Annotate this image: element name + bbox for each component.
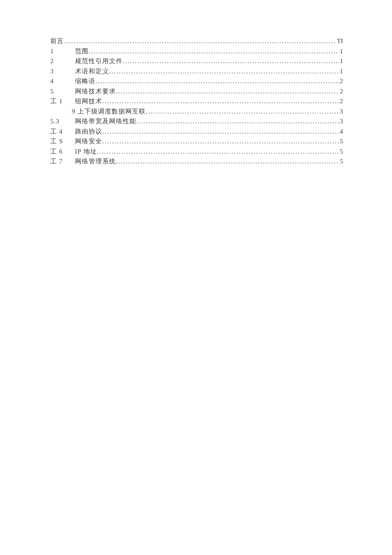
- toc-row: 工 S 网络安全 5: [50, 137, 343, 147]
- toc-page: 2: [339, 76, 343, 87]
- toc-number: 工 7: [50, 157, 75, 167]
- toc-number: 1: [50, 46, 75, 57]
- page-content: 前言 TI 1 范围 1 2 规范性引用文件 1 3 术语和定义 1 4 缩略语: [0, 0, 392, 167]
- toc-number: 工 1: [50, 96, 75, 107]
- toc-title: 网络安全: [75, 137, 102, 147]
- toc-number: 工 6: [50, 147, 75, 157]
- toc-dots: [116, 157, 339, 167]
- toc-page: 4: [339, 127, 343, 137]
- table-of-contents: 前言 TI 1 范围 1 2 规范性引用文件 1 3 术语和定义 1 4 缩略语: [50, 36, 343, 167]
- toc-number: 前言: [50, 36, 64, 46]
- toc-row: 工 4 路由协议 4: [50, 127, 343, 137]
- toc-title: 术语和定义: [75, 67, 109, 77]
- toc-dots: [97, 147, 339, 157]
- toc-page: 1: [339, 46, 343, 57]
- toc-page: 5: [339, 157, 343, 167]
- toc-page: 1: [339, 56, 343, 67]
- toc-dots: [64, 36, 336, 46]
- toc-dots: [136, 116, 339, 127]
- toc-dots: [116, 87, 339, 97]
- toc-number: 工 S: [50, 137, 75, 147]
- toc-row: 工 6 IP 地址 5: [50, 147, 343, 157]
- toc-title: 组网技术: [75, 96, 102, 107]
- toc-dots: [109, 67, 339, 77]
- toc-row: 5.3 网络带宽及网络性能 3: [50, 116, 343, 127]
- toc-number: 工 4: [50, 127, 75, 137]
- toc-page: 2: [339, 87, 343, 97]
- toc-dots: [89, 46, 339, 57]
- toc-page: 3: [339, 116, 343, 127]
- toc-title: IP 地址: [75, 147, 97, 157]
- toc-dots: [102, 96, 339, 107]
- toc-row: 1 范围 1: [50, 46, 343, 57]
- toc-row: 4 缩略语 2: [50, 76, 343, 87]
- toc-row: 3 术语和定义 1: [50, 67, 343, 77]
- toc-row: 2 规范性引用文件 1: [50, 56, 343, 67]
- toc-number: 5: [50, 87, 75, 97]
- toc-row: 9 上下级调度数据网互联 3: [50, 107, 343, 117]
- toc-page: 5: [339, 137, 343, 147]
- toc-page: 2: [339, 96, 343, 107]
- toc-dots: [146, 107, 339, 117]
- toc-number: 3: [50, 67, 75, 77]
- toc-title: 上下级调度数据网互联: [78, 107, 146, 117]
- toc-row: 工 1 组网技术 2: [50, 96, 343, 107]
- toc-row: 工 7 网络管理系统 5: [50, 157, 343, 167]
- toc-title: 范围: [75, 46, 89, 57]
- toc-title: 规范性引用文件: [75, 56, 123, 67]
- toc-dots: [95, 76, 339, 87]
- toc-dots: [102, 137, 339, 147]
- toc-number: 4: [50, 76, 75, 87]
- toc-row: 5 网络技术要求 2: [50, 87, 343, 97]
- toc-dots: [123, 56, 339, 67]
- toc-dots: [102, 127, 339, 137]
- toc-number: 5.3: [50, 116, 75, 127]
- toc-number: 2: [50, 56, 75, 67]
- toc-title: 网络技术要求: [75, 87, 116, 97]
- toc-title: 路由协议: [75, 127, 102, 137]
- toc-title: 网络带宽及网络性能: [75, 116, 136, 127]
- toc-row: 前言 TI: [50, 36, 343, 46]
- toc-title: 缩略语: [75, 76, 95, 87]
- toc-page: 3: [339, 107, 343, 117]
- toc-page: 5: [339, 147, 343, 157]
- toc-title: 网络管理系统: [75, 157, 116, 167]
- toc-page: TI: [336, 36, 343, 46]
- toc-number: 9: [50, 107, 78, 117]
- toc-page: 1: [339, 67, 343, 77]
